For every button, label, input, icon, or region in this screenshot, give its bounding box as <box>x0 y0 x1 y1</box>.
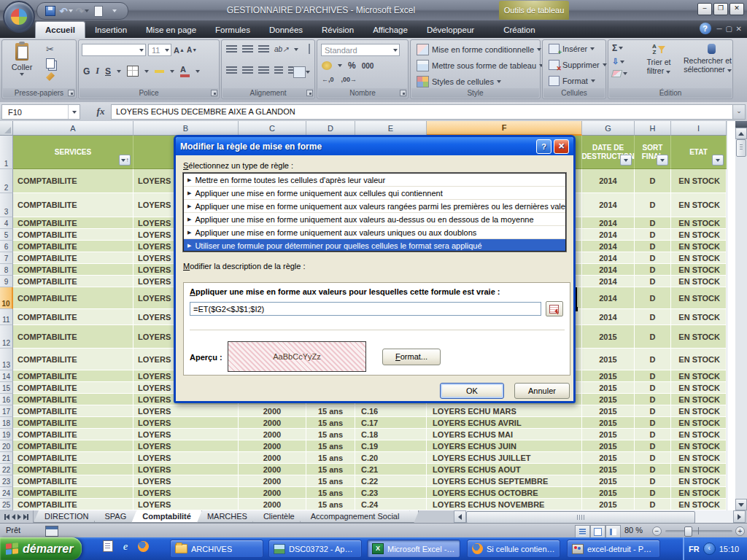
shrink-font-icon[interactable]: A▼ <box>187 46 197 54</box>
cell-d19[interactable]: 15 ans <box>306 429 355 440</box>
cell-h14[interactable]: D <box>635 370 671 382</box>
sheet-tab-client-le[interactable]: Clientèle <box>252 510 306 523</box>
ribbon-tab-formules[interactable]: Formules <box>206 22 260 38</box>
conditional-formatting-button[interactable]: Mise en forme conditionnelle <box>414 43 544 56</box>
insert-cells-button[interactable]: +Insérer <box>546 43 597 55</box>
cell-a2[interactable]: COMPTABILITE <box>13 169 133 193</box>
cell-i5[interactable]: EN STOCK <box>671 229 727 241</box>
row-header-23[interactable]: 23 <box>0 475 13 487</box>
cell-b23[interactable]: LOYERS <box>133 475 239 487</box>
cell-i22[interactable]: EN STOCK <box>671 464 727 475</box>
cell-g22[interactable]: 2015 <box>582 464 635 475</box>
decrease-decimal-icon[interactable]: ,00→ <box>341 76 357 83</box>
cell-h9[interactable]: D <box>635 276 671 287</box>
cell-d18[interactable]: 15 ans <box>306 417 355 429</box>
cell-f19[interactable]: LOYERS ECHUS MAI <box>427 429 582 440</box>
cell-a20[interactable]: COMPTABILITE <box>13 440 133 452</box>
fill-color-icon[interactable] <box>155 69 164 73</box>
cell-a11[interactable]: COMPTABILITE <box>13 309 133 325</box>
ribbon-tab-mise-en-page[interactable]: Mise en page <box>136 22 206 38</box>
filter-icon-sort-final[interactable] <box>657 155 668 166</box>
decrease-indent-icon[interactable] <box>274 66 283 74</box>
scroll-down-icon[interactable] <box>735 499 747 510</box>
row-header-13[interactable]: 13 <box>0 349 13 370</box>
format-button[interactable]: Format... <box>382 349 441 365</box>
cell-i3[interactable]: EN STOCK <box>671 193 727 217</box>
scroll-up-icon[interactable] <box>735 128 747 139</box>
cell-i6[interactable]: EN STOCK <box>671 241 727 252</box>
cell-a14[interactable]: COMPTABILITE <box>13 370 133 382</box>
borders-icon[interactable] <box>127 66 139 77</box>
cell-g5[interactable]: 2014 <box>582 229 635 241</box>
cell-d22[interactable]: 15 ans <box>306 464 355 475</box>
bold-button[interactable]: G <box>83 66 90 77</box>
column-header-e[interactable]: E <box>355 121 427 136</box>
cell-h11[interactable]: D <box>635 309 671 325</box>
cell-a13[interactable]: COMPTABILITE <box>13 349 133 370</box>
cell-a22[interactable]: COMPTABILITE <box>13 464 133 475</box>
cell-b17[interactable]: LOYERS <box>133 405 239 417</box>
cell-g8[interactable]: 2014 <box>582 264 635 276</box>
row-header-5[interactable]: 5 <box>0 229 13 241</box>
taskbar-button-si-cellule-contient-l[interactable]: Si cellule contient l... <box>467 540 560 558</box>
insert-function-icon[interactable]: fx <box>92 104 109 118</box>
cell-a19[interactable]: COMPTABILITE <box>13 429 133 440</box>
cell-g16[interactable]: 2015 <box>582 394 635 405</box>
increase-decimal-icon[interactable]: ←,0 <box>322 76 334 83</box>
row-header-24[interactable]: 24 <box>0 487 13 499</box>
horizontal-scroll-thumb[interactable] <box>466 511 695 524</box>
next-sheet-icon[interactable] <box>18 514 21 520</box>
qat-customize-icon[interactable] <box>107 4 122 18</box>
percent-style-icon[interactable]: % <box>348 61 356 71</box>
row-header-6[interactable]: 6 <box>0 241 13 252</box>
cell-c21[interactable]: 2000 <box>239 452 306 464</box>
office-button[interactable] <box>3 1 35 33</box>
cell-i12[interactable]: EN STOCK <box>671 325 727 349</box>
sheet-tab-direction[interactable]: DIRECTION <box>34 510 100 523</box>
row-header-10[interactable]: 10 <box>0 287 13 309</box>
range-picker-icon[interactable] <box>546 301 563 316</box>
row-header-2[interactable]: 2 <box>0 169 13 193</box>
align-top-icon[interactable] <box>226 45 237 53</box>
view-page-break-icon[interactable] <box>605 525 621 538</box>
cell-g7[interactable]: 2014 <box>582 252 635 264</box>
zoom-level[interactable]: 80 % <box>624 526 643 534</box>
sheet-tab-accompagnement-social[interactable]: Accompagnement Social <box>300 510 411 523</box>
cell-g6[interactable]: 2014 <box>582 241 635 252</box>
cell-c25[interactable]: 2000 <box>239 499 306 510</box>
column-header-i[interactable]: I <box>671 121 727 136</box>
cell-h20[interactable]: D <box>635 440 671 452</box>
cell-a4[interactable]: COMPTABILITE <box>13 217 133 229</box>
cell-i11[interactable]: EN STOCK <box>671 309 727 325</box>
cell-b20[interactable]: LOYERS <box>133 440 239 452</box>
cell-i8[interactable]: EN STOCK <box>671 264 727 276</box>
scroll-right-icon[interactable] <box>733 510 746 523</box>
dialog-close-icon[interactable]: ✕ <box>554 139 569 154</box>
cell-i10[interactable]: EN STOCK <box>671 287 727 309</box>
format-painter-icon[interactable] <box>46 72 55 81</box>
cell-d23[interactable]: 15 ans <box>306 475 355 487</box>
column-header-d[interactable]: D <box>306 121 355 136</box>
cell-i2[interactable]: EN STOCK <box>671 169 727 193</box>
font-name-select[interactable] <box>82 44 146 56</box>
row-header-9[interactable]: 9 <box>0 276 13 287</box>
language-indicator[interactable]: FR <box>689 545 700 553</box>
cell-h10[interactable]: D <box>635 287 671 309</box>
cell-i9[interactable]: EN STOCK <box>671 276 727 287</box>
cell-i25[interactable]: EN STOCK <box>671 499 727 510</box>
ribbon-tab-accueil[interactable]: Accueil <box>35 21 85 38</box>
cell-b18[interactable]: LOYERS <box>133 417 239 429</box>
row-header-20[interactable]: 20 <box>0 440 13 452</box>
cell-h4[interactable]: D <box>635 217 671 229</box>
cell-c18[interactable]: 2000 <box>239 417 306 429</box>
column-header-b[interactable]: B <box>133 121 239 136</box>
cell-h3[interactable]: D <box>635 193 671 217</box>
cell-i24[interactable]: EN STOCK <box>671 487 727 499</box>
grow-font-icon[interactable]: A▲ <box>174 46 185 55</box>
cell-g21[interactable]: 2015 <box>582 452 635 464</box>
column-header-h[interactable]: H <box>635 121 671 136</box>
cell-a5[interactable]: COMPTABILITE <box>13 229 133 241</box>
help-icon[interactable]: ? <box>700 23 711 34</box>
rule-type-item-2[interactable]: ▶Appliquer une mise en forme uniquement … <box>184 187 565 200</box>
cell-g17[interactable]: 2015 <box>582 405 635 417</box>
